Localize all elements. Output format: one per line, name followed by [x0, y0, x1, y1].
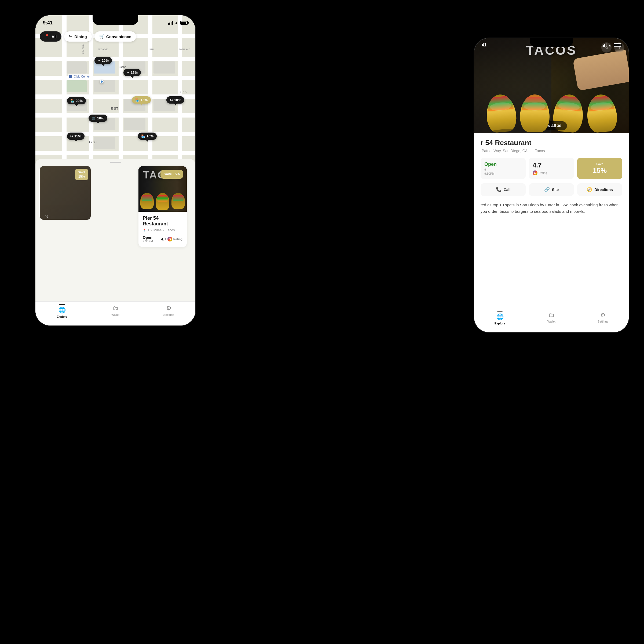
wifi-icon: ▲ — [174, 21, 178, 25]
save-badge-card: Save 15% — [160, 170, 183, 179]
filter-all-btn[interactable]: 📍 All — [40, 31, 61, 42]
hero-image: TACOS View All 36 ☆ ↑ — [474, 38, 629, 135]
phone2-time: 41 — [482, 43, 486, 47]
restaurant-stats: Open 9:30PM 4.7 G Rating — [143, 235, 182, 243]
wallet-label: Wallet — [111, 313, 119, 316]
map-pin-store-15-gold[interactable]: 🏪 15% — [132, 96, 151, 104]
settings-label: Settings — [163, 313, 174, 316]
wifi-icon2: ▲ — [608, 43, 612, 47]
restaurant-info: Pier 54 Restaurant 📍 1.2 Miles · Tacos O… — [138, 212, 187, 247]
detail-content: r 54 Restaurant Patriot Way, San Diego, … — [474, 133, 629, 308]
rating-group: 4.7 G Rating — [161, 237, 182, 241]
phone1-time: 9:41 — [43, 20, 53, 26]
store-icon2: 🏪 — [135, 98, 139, 102]
core-label: Core — [119, 65, 126, 69]
road-h5 — [35, 132, 195, 136]
filter-convenience-label: Convenience — [106, 34, 131, 39]
ave-10th-label: 10TH AVE — [179, 48, 190, 51]
road-h6 — [35, 151, 195, 155]
ave-5th-label: 3RD AVE — [98, 48, 108, 51]
tab-wallet[interactable]: 🗂 Wallet — [89, 305, 142, 316]
site-btn[interactable]: 🔗 Site — [529, 183, 574, 196]
phone2-notch — [530, 38, 573, 47]
directions-label: Directions — [594, 188, 613, 192]
tab-bar: 🌐 Explore 🗂 Wallet ⚙ Settings — [35, 301, 195, 325]
directions-icon: 🧭 — [587, 187, 592, 192]
explore-label: Explore — [57, 315, 67, 318]
site-icon: 🔗 — [544, 187, 550, 192]
taco-group — [140, 193, 185, 210]
ave-5th-label2: 5TH — [149, 48, 154, 51]
tab2-wallet[interactable]: 🗂 Wallet — [526, 312, 577, 323]
call-btn[interactable]: 📞 Call — [481, 183, 526, 196]
explore-icon2: 🌐 — [496, 313, 504, 320]
filter-dining-btn[interactable]: ✂ Dining — [64, 31, 92, 42]
tab2-active-indicator — [497, 311, 503, 312]
close-time: 9:30PM — [143, 240, 153, 243]
road-h2 — [35, 76, 195, 80]
rating-num: 4.7 — [533, 162, 541, 169]
rating-label-detail: Rating — [539, 171, 547, 174]
detail-address: Patriot Way, San Diego, CA · Tacos — [481, 149, 622, 153]
wallet-icon: 🗂 — [112, 305, 118, 312]
map-pin-dining-15[interactable]: ✂ 15% — [123, 69, 141, 76]
store-icon: 🏪 — [70, 99, 74, 103]
settings-icon2: ⚙ — [600, 312, 606, 319]
open-status: Open — [143, 235, 153, 240]
drag-handle — [110, 162, 121, 163]
store-icon4: 🏪 — [141, 134, 145, 138]
filter-convenience-icon: 🛒 — [99, 34, 104, 39]
user-location — [100, 80, 104, 83]
rating-label: Rating — [173, 237, 182, 241]
restaurant-card-main[interactable]: TACOS Save 15% Pier 54 Restaurant 📍 1.2 … — [138, 166, 187, 247]
address-separator: · — [531, 149, 533, 153]
hours-detail: 9- — [484, 168, 522, 171]
google-icon-detail: G — [533, 170, 537, 175]
filter-all-icon: 📍 — [45, 34, 50, 39]
distance: 1.2 Miles — [148, 228, 162, 232]
tab2-settings[interactable]: ⚙ Settings — [577, 312, 629, 323]
restaurant-image: TACOS Save 15% — [138, 166, 187, 212]
battery-icon2: .battery-icon-white::before { background… — [614, 43, 621, 47]
civic-center-label: Civic Center — [68, 74, 91, 79]
map-pin-dining-20[interactable]: ✂ 20% — [94, 57, 112, 64]
restaurant-name: Pier 54 Restaurant — [143, 215, 182, 227]
tab-active-indicator — [59, 304, 65, 305]
ave-7th-label: 7TH A — [180, 90, 186, 93]
map-pin-store-10[interactable]: 🏷 10% — [166, 96, 184, 104]
explore-icon: 🌐 — [58, 307, 66, 314]
taco4 — [586, 93, 618, 133]
explore-label2: Explore — [495, 322, 505, 325]
open-stat: Open 9:30PM — [143, 235, 153, 243]
google-icon: G — [167, 237, 172, 241]
tab2-explore[interactable]: 🌐 Explore — [474, 312, 526, 325]
phone2-detail: 41 ▲ .battery-icon-white::before { backg… — [474, 38, 629, 333]
dining-icon: ✂ — [98, 59, 100, 63]
rating-stat: 4.7 G Rating — [529, 158, 574, 179]
site-label: Site — [552, 188, 559, 192]
restaurant-bottom-card: Save15% ...ng — [35, 159, 195, 301]
tab-explore[interactable]: 🌐 Explore — [35, 305, 89, 318]
map-pin-dining-15-lower[interactable]: ✂ 15% — [67, 133, 85, 140]
map-pin-cart-10[interactable]: 🛒 10% — [89, 115, 107, 122]
detail-restaurant-name: r 54 Restaurant — [481, 139, 622, 147]
open-status-detail: Open — [484, 162, 522, 167]
open-hours-stat: Open 9- 9:30PM — [481, 158, 526, 179]
road-h1 — [35, 57, 195, 61]
gst-label: G ST — [89, 140, 97, 144]
restaurant-meta: 📍 1.2 Miles · Tacos — [143, 228, 182, 232]
filter-convenience-btn[interactable]: 🛒 Convenience — [94, 31, 136, 42]
filter-dining-icon: ✂ — [69, 34, 72, 39]
save-value: 15% — [593, 166, 607, 175]
filter-dining-label: Dining — [74, 34, 87, 39]
map-pin-store-20[interactable]: 🏪 20% — [67, 97, 86, 104]
location-dot-icon: 📍 — [143, 229, 146, 232]
settings-icon: ⚙ — [166, 305, 171, 312]
close-time-detail: 9:30PM — [484, 172, 522, 175]
tab-settings[interactable]: ⚙ Settings — [142, 305, 195, 316]
taco1 — [485, 93, 518, 133]
map-pin-store-10-lower[interactable]: 🏪 10% — [138, 133, 157, 140]
detail-rating: 4.7 — [533, 162, 570, 169]
directions-btn[interactable]: 🧭 Directions — [577, 183, 622, 196]
wallet-label2: Wallet — [547, 320, 555, 323]
